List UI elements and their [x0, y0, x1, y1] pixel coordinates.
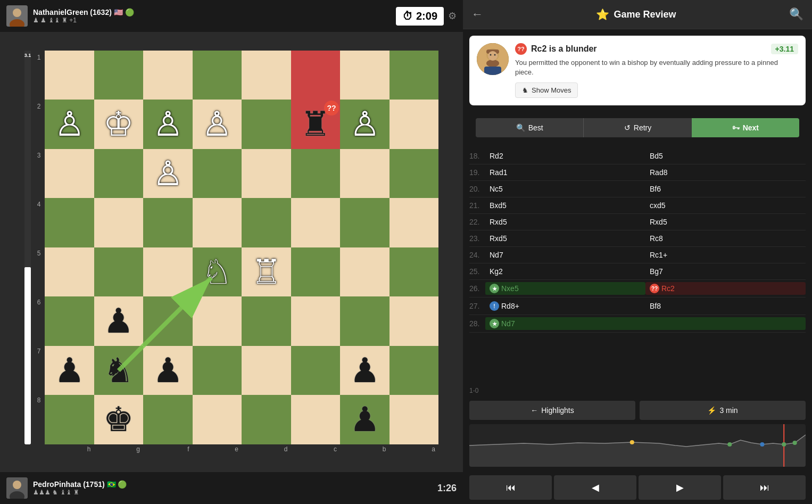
move-white[interactable]: Nd7 — [485, 249, 645, 261]
move-white[interactable]: Bxd5 — [485, 200, 645, 211]
square-r5-c6[interactable] — [340, 296, 390, 346]
square-r3-c5[interactable] — [291, 198, 341, 247]
move-black[interactable]: Bf6 — [645, 183, 806, 195]
move-black[interactable]: Bf8 — [645, 300, 806, 312]
move-black[interactable]: Rxd5 — [645, 216, 806, 228]
search-button[interactable]: 🔍 — [789, 7, 803, 21]
eval-bar-white — [24, 267, 31, 444]
move-white[interactable]: !Rd8+ — [485, 300, 645, 312]
square-r7-c6[interactable]: ♟ — [340, 395, 390, 444]
square-r3-c6[interactable] — [340, 198, 390, 247]
move-black[interactable]: Bg7 — [645, 266, 806, 277]
square-r6-c5[interactable] — [291, 346, 341, 395]
move-white[interactable]: Rad1 — [485, 167, 645, 178]
square-r7-c3[interactable] — [193, 395, 242, 444]
square-r7-c1[interactable]: ♚ — [94, 395, 144, 444]
square-r4-c2[interactable] — [143, 247, 193, 297]
square-r0-c2[interactable] — [143, 51, 193, 100]
square-r5-c7[interactable] — [390, 296, 439, 346]
retry-button[interactable]: ↺ Retry — [583, 118, 691, 137]
next-button[interactable]: 🗝 Next — [692, 118, 799, 137]
square-r5-c0[interactable] — [45, 296, 94, 346]
move-black[interactable]: Rc8 — [645, 233, 806, 244]
move-white[interactable]: Nc5 — [485, 183, 645, 195]
square-r4-c3[interactable]: ♘ — [193, 247, 242, 297]
square-r6-c2[interactable]: ♟ — [143, 346, 193, 395]
three-min-button[interactable]: ⚡ 3 min — [640, 401, 806, 420]
square-r1-c4[interactable] — [242, 100, 291, 149]
square-r3-c7[interactable] — [390, 198, 439, 247]
square-r7-c4[interactable] — [242, 395, 291, 444]
square-r2-c7[interactable] — [390, 149, 439, 199]
move-black[interactable]: Rc1+ — [645, 249, 806, 261]
next-move-button[interactable]: ▶ — [639, 475, 721, 500]
square-r2-c3[interactable] — [193, 149, 242, 199]
square-r1-c5[interactable]: ♜?? — [291, 100, 341, 149]
square-r2-c0[interactable] — [45, 149, 94, 199]
square-r2-c4[interactable] — [242, 149, 291, 199]
square-r2-c2[interactable]: ♙ — [143, 149, 193, 199]
square-r7-c5[interactable] — [291, 395, 341, 444]
settings-icon[interactable]: ⚙ — [448, 10, 457, 22]
square-r2-c6[interactable] — [340, 149, 390, 199]
square-r5-c1[interactable]: ♟ — [94, 296, 144, 346]
square-r4-c0[interactable] — [45, 247, 94, 297]
move-white[interactable]: ★Nxe5 — [485, 282, 645, 295]
square-r6-c6[interactable]: ♟ — [340, 346, 390, 395]
square-r0-c6[interactable] — [340, 51, 390, 100]
prev-move-button[interactable]: ◀ — [554, 475, 636, 500]
move-white[interactable]: Rxd5 — [485, 216, 645, 228]
square-r3-c1[interactable] — [94, 198, 144, 247]
last-move-button[interactable]: ⏭ — [723, 475, 806, 500]
move-black[interactable]: ??Rc2 — [645, 282, 806, 295]
square-r1-c3[interactable]: ♙ — [193, 100, 242, 149]
square-r0-c5[interactable] — [291, 51, 341, 100]
square-r1-c2[interactable]: ♙ — [143, 100, 193, 149]
first-move-button[interactable]: ⏮ — [469, 475, 552, 500]
square-r4-c5[interactable] — [291, 247, 341, 297]
square-r4-c4[interactable]: ♖ — [242, 247, 291, 297]
square-r2-c5[interactable] — [291, 149, 341, 199]
square-r1-c7[interactable] — [390, 100, 439, 149]
square-r3-c0[interactable] — [45, 198, 94, 247]
square-r4-c6[interactable] — [340, 247, 390, 297]
square-r5-c5[interactable] — [291, 296, 341, 346]
square-r3-c4[interactable] — [242, 198, 291, 247]
file-a: a — [390, 445, 439, 453]
square-r0-c4[interactable] — [242, 51, 291, 100]
square-r0-c1[interactable] — [94, 51, 144, 100]
square-r2-c1[interactable] — [94, 149, 144, 199]
move-black[interactable]: cxd5 — [645, 200, 806, 211]
square-r0-c7[interactable] — [390, 51, 439, 100]
move-white[interactable]: Rxd5 — [485, 233, 645, 244]
square-r6-c1[interactable]: ♞ — [94, 346, 144, 395]
highlights-button[interactable]: ← Highlights — [469, 401, 635, 420]
move-white[interactable]: ★Nd7 — [485, 317, 806, 330]
square-r7-c0[interactable] — [45, 395, 94, 444]
square-r1-c0[interactable]: ♙ — [45, 100, 94, 149]
square-r4-c1[interactable] — [94, 247, 144, 297]
square-r0-c0[interactable] — [45, 51, 94, 100]
show-moves-button[interactable]: ♞ Show Moves — [515, 82, 578, 98]
square-r5-c4[interactable] — [242, 296, 291, 346]
move-white[interactable]: Rd2 — [485, 150, 645, 162]
square-r1-c6[interactable]: ♙ — [340, 100, 390, 149]
move-white[interactable]: Kg2 — [485, 266, 645, 277]
back-button[interactable]: ← — [471, 7, 483, 21]
square-r5-c3[interactable] — [193, 296, 242, 346]
square-r6-c0[interactable]: ♟ — [45, 346, 94, 395]
square-r6-c3[interactable] — [193, 346, 242, 395]
square-r1-c1[interactable]: ♔ — [94, 100, 144, 149]
square-r5-c2[interactable] — [143, 296, 193, 346]
square-r3-c2[interactable] — [143, 198, 193, 247]
square-r7-c7[interactable] — [390, 395, 439, 444]
move-black[interactable]: Bd5 — [645, 150, 806, 162]
square-r6-c7[interactable] — [390, 346, 439, 395]
square-r0-c3[interactable] — [193, 51, 242, 100]
square-r7-c2[interactable] — [143, 395, 193, 444]
square-r6-c4[interactable] — [242, 346, 291, 395]
square-r4-c7[interactable] — [390, 247, 439, 297]
move-black[interactable]: Rad8 — [645, 167, 806, 178]
square-r3-c3[interactable] — [193, 198, 242, 247]
best-button[interactable]: 🔍 Best — [476, 118, 583, 137]
